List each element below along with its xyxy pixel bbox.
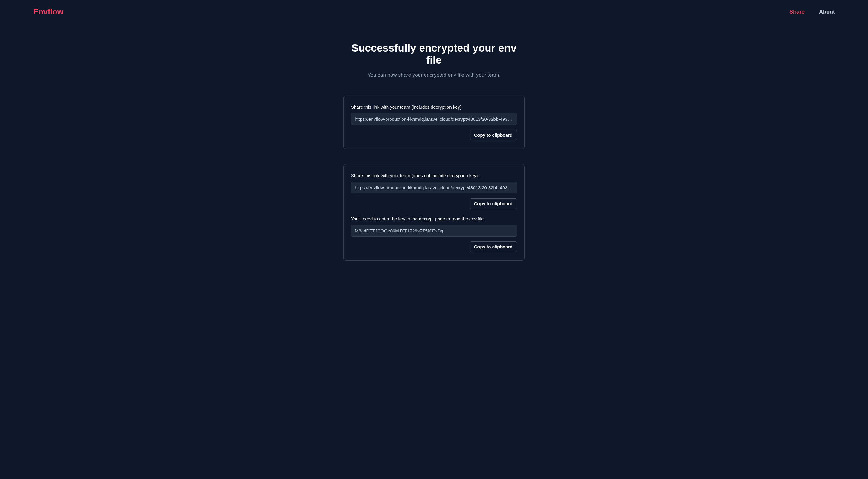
copy-with-key-button[interactable]: Copy to clipboard: [470, 130, 517, 140]
share-with-key-card: Share this link with your team (includes…: [343, 96, 525, 149]
page-subtitle: You can now share your encrypted env fil…: [343, 72, 525, 78]
share-with-key-label: Share this link with your team (includes…: [351, 104, 517, 109]
header: Envflow Share About: [0, 0, 868, 24]
nav-share[interactable]: Share: [789, 9, 805, 15]
share-without-key-card: Share this link with your team (does not…: [343, 164, 525, 261]
button-row: Copy to clipboard: [351, 198, 517, 209]
copy-without-key-button[interactable]: Copy to clipboard: [470, 198, 517, 209]
share-with-key-field[interactable]: https://envflow-production-kkhmdq.larave…: [351, 113, 517, 125]
copy-key-button[interactable]: Copy to clipboard: [470, 242, 517, 252]
nav: Share About: [789, 9, 835, 15]
page-title: Successfully encrypted your env file: [343, 42, 525, 66]
decryption-key-field[interactable]: M8adDTTJCOQe06MJYT1F29sFT5fCEvDq: [351, 225, 517, 236]
decryption-key-label: You'll need to enter the key in the decr…: [351, 216, 517, 221]
share-without-key-field[interactable]: https://envflow-production-kkhmdq.larave…: [351, 182, 517, 193]
share-without-key-label: Share this link with your team (does not…: [351, 173, 517, 178]
logo[interactable]: Envflow: [33, 7, 63, 17]
nav-about[interactable]: About: [819, 9, 835, 15]
main-content: Successfully encrypted your env file You…: [337, 24, 531, 294]
button-row: Copy to clipboard: [351, 242, 517, 252]
button-row: Copy to clipboard: [351, 130, 517, 140]
